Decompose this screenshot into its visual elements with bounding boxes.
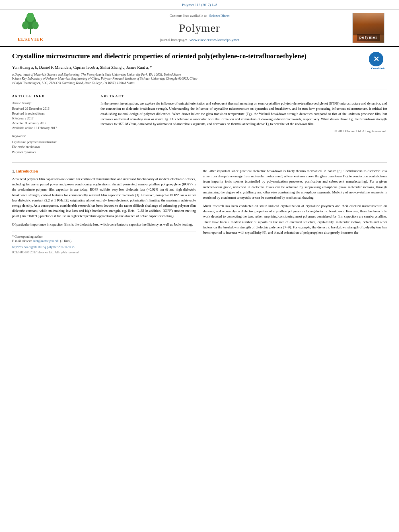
crossmark-badge: ✕ CrossMark bbox=[369, 52, 387, 70]
article-area: Crystalline microstructure and dielectri… bbox=[0, 47, 399, 260]
page: Polymer 113 (2017) 1–8 ELSEVIER Contents… bbox=[0, 0, 399, 532]
affiliation-1: a Department of Materials Science and En… bbox=[12, 73, 387, 77]
polymer-badge: polymer bbox=[352, 13, 385, 43]
article-info-heading: ARTICLE INFO bbox=[12, 94, 93, 99]
svg-point-3 bbox=[32, 21, 39, 29]
authors-text: Yun Huang a, b, Daniel F. Miranda a, Cip… bbox=[12, 65, 152, 70]
history-label: Article history: bbox=[12, 101, 93, 105]
keywords-label: Keywords: bbox=[12, 134, 93, 138]
corresponding-author-note: * Corresponding author. bbox=[12, 234, 196, 239]
issn-line: 0032-3861/© 2017 Elsevier Ltd. All right… bbox=[12, 250, 196, 255]
abstract-column: ABSTRACT In the present investigation, w… bbox=[101, 94, 387, 158]
journal-header: ELSEVIER Contents lists available at Sci… bbox=[0, 10, 399, 47]
polymer-badge-image bbox=[353, 13, 384, 35]
sciencedirect-link[interactable]: ScienceDirect bbox=[209, 14, 229, 18]
svg-point-2 bbox=[22, 21, 29, 29]
article-title: Crystalline microstructure and dielectri… bbox=[12, 52, 387, 61]
keyword-3: Polymer dynamics bbox=[12, 150, 93, 155]
email-note: E-mail address: runt@matse.psu.edu (J. R… bbox=[12, 239, 196, 243]
main-content-section: 1. Introduction Advanced polymer film ca… bbox=[12, 168, 387, 255]
crossmark-label: CrossMark bbox=[369, 67, 387, 70]
intro-paragraph-2: Of particular importance in capacitor fi… bbox=[12, 222, 196, 227]
citation-text: Polymer 113 (2017) 1–8 bbox=[182, 3, 217, 7]
affiliation-3: c PolyK Technologies, LLC, 2124 Old Gate… bbox=[12, 81, 387, 86]
main-left-column: 1. Introduction Advanced polymer film ca… bbox=[12, 168, 196, 255]
authors-line: Yun Huang a, b, Daniel F. Miranda a, Cip… bbox=[12, 65, 387, 70]
article-info-abstract-section: ARTICLE INFO Article history: Received 2… bbox=[12, 94, 387, 158]
main-right-column: the latter important since practical die… bbox=[203, 168, 387, 255]
journal-homepage-link[interactable]: www.elsevier.com/locate/polymer bbox=[189, 38, 239, 42]
elsevier-logo: ELSEVIER bbox=[18, 13, 43, 42]
divider-1 bbox=[12, 90, 387, 90]
received-revised-label: Received in revised form bbox=[12, 111, 93, 116]
footnotes-section: * Corresponding author. E-mail address: … bbox=[12, 232, 196, 255]
polymer-badge-label: polymer bbox=[357, 34, 380, 41]
right-paragraph-1: the latter important since practical die… bbox=[203, 168, 387, 200]
email-link[interactable]: runt@matse.psu.edu bbox=[33, 239, 60, 243]
journal-logo-area: polymer bbox=[344, 13, 393, 43]
received-date: Received 20 December 2016 bbox=[12, 107, 93, 111]
affiliations: a Department of Materials Science and En… bbox=[12, 73, 387, 86]
elsevier-tree-icon bbox=[19, 13, 41, 35]
crossmark-circle: ✕ bbox=[369, 52, 383, 66]
keywords-list: Crystalline polymer microstructure Diele… bbox=[12, 140, 93, 155]
abstract-text: In the present investigation, we explore… bbox=[101, 101, 387, 127]
article-history-group: Article history: Received 20 December 20… bbox=[12, 101, 93, 131]
intro-paragraph-1: Advanced polymer film capacitors are des… bbox=[12, 177, 196, 219]
svg-rect-0 bbox=[30, 29, 31, 34]
elsevier-branding: ELSEVIER bbox=[6, 13, 55, 42]
article-info-column: ARTICLE INFO Article history: Received 2… bbox=[12, 94, 93, 158]
accepted-date: Accepted 9 February 2017 bbox=[12, 121, 93, 126]
keyword-1: Crystalline polymer microstructure bbox=[12, 140, 93, 145]
available-online-date: Available online 13 February 2017 bbox=[12, 126, 93, 131]
citation-bar: Polymer 113 (2017) 1–8 bbox=[0, 0, 399, 10]
journal-homepage-line: journal homepage: www.elsevier.com/locat… bbox=[55, 37, 344, 43]
affiliation-2: b State Key Laboratory of Polymer Materi… bbox=[12, 77, 387, 81]
doi-line: http://dx.doi.org/10.1016/j.polymer.2017… bbox=[12, 245, 196, 249]
journal-header-center: Contents lists available at ScienceDirec… bbox=[55, 13, 344, 42]
abstract-copyright: © 2017 Elsevier Ltd. All rights reserved… bbox=[101, 129, 387, 134]
crossmark-icon: ✕ bbox=[373, 55, 379, 63]
elsevier-text: ELSEVIER bbox=[18, 36, 43, 42]
keyword-2: Dielectric breakdown bbox=[12, 145, 93, 150]
right-paragraph-2: Much research has been conducted on stra… bbox=[203, 203, 387, 235]
sciencedirect-line: Contents lists available at ScienceDirec… bbox=[55, 13, 344, 18]
section1-title: 1. Introduction bbox=[12, 168, 196, 174]
divider-2 bbox=[12, 162, 387, 163]
revised-date: 6 February 2017 bbox=[12, 116, 93, 121]
abstract-heading: ABSTRACT bbox=[101, 94, 387, 99]
journal-title: Polymer bbox=[55, 20, 344, 36]
keywords-group: Keywords: Crystalline polymer microstruc… bbox=[12, 134, 93, 155]
